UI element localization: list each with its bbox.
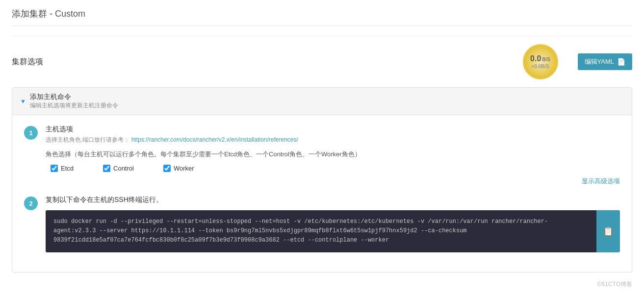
command-text: sudo docker run -d --privileged --restar… bbox=[46, 210, 596, 252]
page-container: 添加集群 - Custom 集群选项 0.0 B/S +0.0B/S 编辑YAM… bbox=[0, 0, 644, 295]
command-box-wrapper: sudo docker run -d --privileged --restar… bbox=[46, 210, 620, 252]
card-header[interactable]: ▼ 添加主机命令 编辑主机选项将更新主机注册命令 bbox=[12, 88, 632, 115]
edit-yaml-button[interactable]: 编辑YAML 📄 bbox=[578, 53, 632, 70]
role-etcd-label: Etcd bbox=[61, 165, 74, 172]
title-custom: Custom bbox=[55, 9, 85, 19]
step2-title: 复制以下命令在主机的SSH终端运行。 bbox=[46, 196, 620, 204]
role-etcd-checkbox[interactable] bbox=[51, 165, 58, 172]
bandwidth-badge: 0.0 B/S +0.0B/S bbox=[523, 44, 558, 79]
role-etcd[interactable]: Etcd bbox=[51, 165, 74, 172]
copy-command-button[interactable]: 📋 bbox=[596, 210, 620, 252]
step1-circle: 1 bbox=[24, 126, 38, 140]
header-right: 0.0 B/S +0.0B/S 编辑YAML 📄 bbox=[523, 44, 632, 79]
step1-desc-link[interactable]: https://rancher.com/docs/rancher/v2.x/en… bbox=[131, 136, 298, 143]
watermark: ©51CTO博客 bbox=[12, 280, 632, 289]
card-header-subtitle: 编辑主机选项将更新主机注册命令 bbox=[30, 101, 118, 110]
step1-desc: 选择主机角色.端口放行请参考： https://rancher.com/docs… bbox=[46, 136, 620, 144]
show-advanced-link[interactable]: 显示高级选项 bbox=[46, 177, 620, 186]
edit-yaml-label: 编辑YAML bbox=[585, 57, 614, 66]
roles-row: Etcd Control Worker bbox=[46, 165, 620, 172]
step2-row: 2 复制以下命令在主机的SSH终端运行。 sudo docker run -d … bbox=[24, 196, 620, 252]
role-control[interactable]: Control bbox=[103, 165, 134, 172]
role-worker-label: Worker bbox=[174, 165, 194, 172]
page-title: 添加集群 - Custom bbox=[12, 8, 632, 26]
bandwidth-value: 0.0 bbox=[530, 54, 541, 63]
section-header-row: 集群选项 0.0 B/S +0.0B/S 编辑YAML 📄 bbox=[12, 44, 632, 79]
role-worker-checkbox[interactable] bbox=[163, 165, 171, 172]
divider bbox=[12, 36, 632, 36]
role-control-label: Control bbox=[113, 165, 134, 172]
step1-content: 主机选项 选择主机角色.端口放行请参考： https://rancher.com… bbox=[46, 125, 620, 186]
bandwidth-sub: +0.0B/S bbox=[531, 64, 549, 70]
step2-circle: 2 bbox=[24, 197, 38, 210]
step1-desc-text: 选择主机角色.端口放行请参考： bbox=[46, 136, 129, 143]
step2-content: 复制以下命令在主机的SSH终端运行。 sudo docker run -d --… bbox=[46, 196, 620, 252]
card-body: 1 主机选项 选择主机角色.端口放行请参考： https://rancher.c… bbox=[12, 115, 632, 272]
card-header-title: 添加主机命令 bbox=[30, 93, 118, 101]
title-prefix: 添加集群 - bbox=[12, 9, 55, 19]
file-icon: 📄 bbox=[617, 58, 625, 66]
chevron-down-icon: ▼ bbox=[20, 98, 26, 105]
add-host-command-card: ▼ 添加主机命令 编辑主机选项将更新主机注册命令 1 主机选项 选择主机角色.端… bbox=[12, 87, 632, 272]
card-header-texts: 添加主机命令 编辑主机选项将更新主机注册命令 bbox=[30, 93, 118, 110]
role-control-checkbox[interactable] bbox=[103, 165, 110, 172]
step1-row: 1 主机选项 选择主机角色.端口放行请参考： https://rancher.c… bbox=[24, 125, 620, 186]
bandwidth-unit: B/S bbox=[542, 57, 550, 63]
section-title: 集群选项 bbox=[12, 57, 43, 67]
role-worker[interactable]: Worker bbox=[163, 165, 194, 172]
copy-icon: 📋 bbox=[603, 226, 614, 237]
role-selection-label: 角色选择（每台主机可以运行多个角色。每个集群至少需要一个Etcd角色、一个Con… bbox=[46, 150, 620, 159]
step1-title: 主机选项 bbox=[46, 125, 620, 134]
